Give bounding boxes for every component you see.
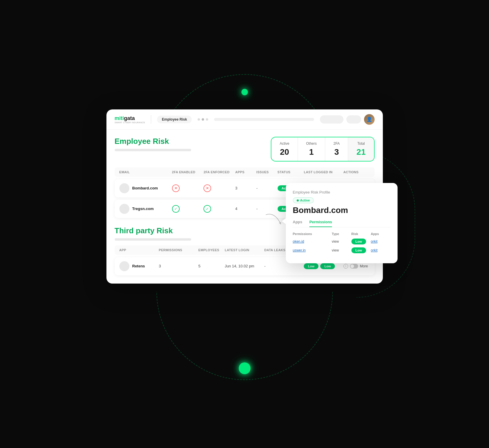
card-header: mitigata Smart Cyber Insurance Employee …: [106, 109, 383, 130]
popup-app-1[interactable]: orkit: [371, 239, 390, 244]
popup-risk-badge-1: Low: [351, 239, 366, 244]
nav-dots: [198, 118, 208, 121]
logo: mitigata Smart Cyber Insurance: [115, 115, 145, 124]
col-app: App: [119, 248, 159, 252]
email-value-2: Tregsn.com: [132, 206, 154, 211]
popup-risk-2: Low: [351, 247, 371, 253]
popup-row-1: oken.id view Low orkit: [293, 239, 390, 244]
cell-2fa-enforced-2: ✓: [203, 205, 235, 213]
badge-check-enabled-2: ✓: [172, 205, 180, 213]
popup-table-header: Permissions Type Risk Apps: [293, 232, 390, 236]
header-divider: [151, 115, 151, 124]
stat-active-value: 20: [280, 147, 289, 157]
badge-x-enforced-1: ✕: [203, 184, 211, 192]
toggle-tp-1[interactable]: [350, 264, 358, 269]
popup-type-2: view: [332, 248, 351, 252]
cell-data-leaks-1: -: [264, 264, 304, 268]
stat-2fa-value: 3: [333, 147, 340, 157]
cell-2fa-enforced-1: ✕: [203, 184, 235, 192]
popup-tab-apps[interactable]: Apps: [293, 220, 303, 227]
stat-others-value: 1: [306, 147, 317, 157]
employee-table-header: Email 2FA Enabled 2FA Enforced Apps Issu…: [115, 167, 375, 177]
cell-latest-login-1: Jun 14, 10.02 pm: [225, 264, 264, 268]
row-avatar-2: [119, 204, 129, 214]
popup-type-1: view: [332, 239, 351, 244]
stat-total-label: Total: [356, 141, 366, 146]
popup-permission-1[interactable]: oken.id: [293, 239, 332, 244]
popup-active-badge: Active: [293, 197, 314, 203]
col-last-logged: Last Logged IN: [304, 170, 343, 174]
col-latest-login: Latest login: [225, 248, 264, 252]
popup-arrow: [282, 218, 286, 224]
more-label-tp-1: More: [360, 264, 368, 268]
logo-text: mitigata: [115, 115, 145, 121]
stat-total: Total 21: [348, 137, 374, 161]
header-right: 👤: [320, 114, 375, 125]
col-2fa-enabled: 2FA Enabled: [172, 170, 204, 174]
row-avatar-1: [119, 183, 129, 193]
glow-dot-bottom: [239, 362, 251, 374]
employee-risk-title-block: Employee Risk: [115, 137, 191, 151]
header-btn-2[interactable]: [346, 115, 361, 124]
stat-active: Active 20: [271, 137, 298, 161]
nav-pill[interactable]: Employee Risk: [157, 116, 191, 123]
glow-dot-top: [241, 89, 248, 95]
cell-issues-2: -: [256, 206, 278, 211]
employee-risk-header-row: Employee Risk Active 20 Others 1 2FA: [115, 137, 375, 161]
nav-breadcrumb: [214, 118, 314, 121]
employee-risk-progress: [115, 149, 191, 151]
popup-title: Employee Risk Profile: [293, 190, 390, 194]
popup-permission-2[interactable]: uswer.in: [293, 248, 332, 252]
col-actions: Actions: [343, 170, 370, 174]
col-status: Status: [278, 170, 304, 174]
header-btn-1[interactable]: [320, 115, 343, 124]
info-icon-tp-1: i: [343, 264, 348, 269]
more-btn-tp-1[interactable]: i More: [343, 264, 370, 269]
cell-apps-1: 3: [235, 186, 256, 190]
logo-subtitle: Smart Cyber Insurance: [115, 121, 145, 124]
popup-tab-permissions[interactable]: Permissions: [309, 220, 332, 227]
stat-total-value: 21: [356, 147, 366, 157]
cell-permissions-1: 3: [159, 264, 198, 268]
row-avatar-tp-1: [119, 261, 129, 271]
popup-col-risk: Risk: [351, 232, 371, 236]
employee-risk-popup: Employee Risk Profile Active Bombard.com…: [286, 183, 398, 264]
cell-employees-1: 5: [198, 264, 225, 268]
stats-box: Active 20 Others 1 2FA 3 Total 21: [271, 137, 374, 161]
badge-low-2: Low: [320, 263, 335, 269]
popup-active-label: Active: [300, 199, 310, 202]
stat-others: Others 1: [298, 137, 325, 161]
badge-x-enabled-1: ✕: [172, 184, 180, 192]
stat-active-label: Active: [280, 141, 289, 146]
popup-tabs: Apps Permissions: [293, 220, 390, 227]
cell-2fa-enabled-2: ✓: [172, 205, 204, 213]
cell-apps-2: 4: [235, 206, 256, 211]
app-name-1: Retens: [132, 264, 145, 268]
employee-risk-title: Employee Risk: [115, 137, 191, 146]
popup-col-type: Type: [332, 232, 351, 236]
col-2fa-enforced: 2FA Enforced: [203, 170, 235, 174]
nav-dot-1: [198, 118, 200, 121]
stat-2fa: 2FA 3: [325, 137, 348, 161]
logo-part1: miti: [115, 115, 124, 121]
badge-check-enforced-2: ✓: [203, 205, 211, 213]
cell-issues-1: -: [256, 186, 278, 190]
col-issues: Issues: [256, 170, 278, 174]
popup-active-dot: [297, 199, 299, 201]
col-permissions: Permissions: [159, 248, 198, 252]
stat-others-label: Others: [306, 141, 317, 146]
stat-2fa-label: 2FA: [333, 141, 340, 146]
cell-2fa-enabled-1: ✕: [172, 184, 204, 192]
popup-risk-1: Low: [351, 239, 371, 244]
cell-app-1: Retens: [119, 261, 159, 271]
cell-status-tp-1: Low Low: [304, 263, 343, 269]
cell-email-1: Bombard.com: [119, 183, 172, 193]
nav-dot-2: [202, 118, 204, 121]
popup-company: Bombard.com: [293, 206, 390, 215]
logo-part2: gata: [124, 115, 135, 121]
col-email: Email: [119, 170, 172, 174]
popup-app-2[interactable]: orkit: [371, 248, 390, 252]
cell-email-2: Tregsn.com: [119, 204, 172, 214]
col-apps: Apps: [235, 170, 256, 174]
popup-col-permissions: Permissions: [293, 232, 332, 236]
